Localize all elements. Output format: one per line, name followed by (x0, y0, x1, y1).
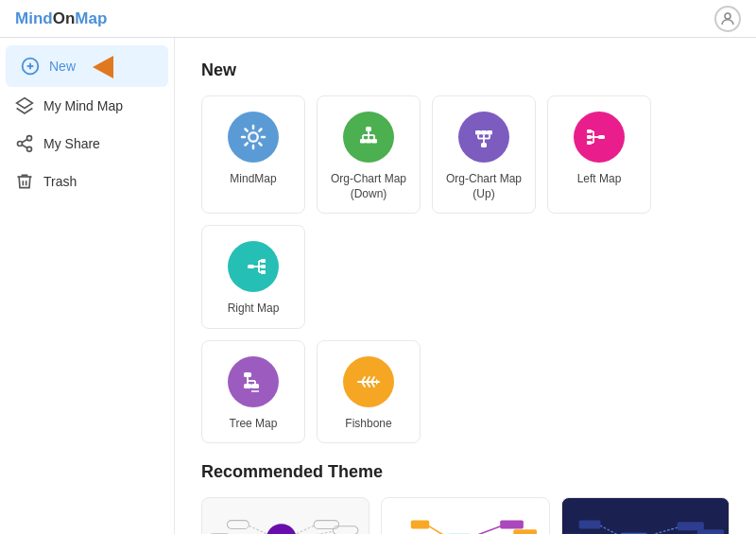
svg-rect-62 (251, 384, 259, 388)
theme-card-1[interactable] (201, 497, 369, 534)
sidebar-item-trash[interactable]: Trash (0, 163, 174, 200)
fishbone-icon-circle (343, 356, 394, 407)
svg-rect-98 (411, 521, 429, 529)
orgchartup-label: Org-Chart Map (Up) (440, 172, 527, 201)
rightmap-icon-circle (228, 241, 279, 292)
header: MindOnMap (0, 0, 756, 38)
sidebar-item-myshare[interactable]: My Share (0, 125, 174, 163)
orgchartdown-label: Org-Chart Map(Down) (331, 172, 406, 201)
theme-section: Recommended Theme (201, 462, 730, 534)
arrow-indicator (93, 56, 113, 78)
sidebar: New My Mind Map My (0, 38, 175, 534)
svg-rect-31 (487, 130, 492, 135)
fishbone-label: Fishbone (345, 417, 391, 432)
svg-line-18 (259, 129, 261, 131)
svg-rect-37 (481, 143, 487, 147)
mindmap-label: MindMap (230, 172, 276, 187)
sidebar-myshare-label: My Share (43, 136, 100, 151)
svg-rect-29 (475, 130, 481, 135)
svg-marker-71 (376, 379, 379, 385)
profile-icon[interactable] (714, 6, 741, 32)
logo-text: MindOnMap (15, 9, 107, 27)
svg-line-8 (22, 145, 27, 147)
logo: MindOnMap (15, 9, 107, 28)
sidebar-new-label: New (49, 59, 76, 74)
svg-point-6 (18, 142, 23, 146)
svg-rect-47 (248, 265, 254, 268)
svg-rect-117 (677, 523, 703, 531)
svg-line-16 (246, 129, 248, 131)
svg-marker-4 (17, 98, 33, 109)
new-section-title: New (201, 60, 730, 80)
svg-rect-46 (587, 141, 592, 145)
svg-rect-44 (587, 129, 592, 133)
svg-rect-54 (261, 265, 266, 268)
treemap-label: Tree Map (230, 417, 278, 432)
svg-rect-61 (244, 384, 251, 388)
svg-rect-90 (382, 503, 548, 534)
mindmap-icon-circle (228, 112, 279, 163)
recommended-title: Recommended Theme (201, 462, 730, 482)
sidebar-item-mymindmap[interactable]: My Mind Map (0, 87, 174, 125)
layers-icon (15, 96, 34, 115)
svg-point-7 (27, 146, 32, 151)
map-type-grid-row2: Tree Map Fishbone (201, 340, 730, 444)
svg-line-9 (22, 139, 27, 142)
fishbone-card[interactable]: Fishbone (317, 340, 421, 444)
theme-grid (201, 497, 730, 534)
svg-line-19 (246, 143, 248, 145)
svg-point-11 (250, 134, 257, 141)
svg-rect-38 (598, 135, 605, 139)
svg-rect-45 (587, 135, 592, 139)
orgchartup-icon-circle (458, 112, 509, 163)
svg-rect-114 (578, 521, 600, 529)
trash-icon (15, 172, 34, 191)
layout: New My Mind Map My (0, 38, 756, 534)
plus-circle-icon (21, 57, 40, 76)
leftmap-label: Left Map (577, 172, 622, 187)
orgchartdown-card[interactable]: Org-Chart Map(Down) (317, 95, 421, 214)
theme-card-2[interactable] (381, 497, 549, 534)
svg-rect-101 (501, 521, 524, 529)
theme-card-3[interactable] (561, 497, 730, 534)
leftmap-card[interactable]: Left Map (547, 95, 651, 214)
sidebar-item-new[interactable]: New (6, 45, 168, 87)
svg-rect-56 (244, 372, 251, 377)
svg-point-5 (27, 136, 32, 141)
svg-rect-26 (360, 139, 366, 144)
svg-rect-53 (261, 259, 266, 263)
svg-rect-27 (366, 139, 371, 144)
sidebar-mymindmap-label: My Mind Map (43, 98, 123, 113)
leftmap-icon-circle (574, 112, 625, 163)
orgchartdown-icon-circle (343, 112, 394, 163)
sidebar-trash-label: Trash (43, 174, 77, 189)
svg-rect-105 (562, 503, 729, 534)
treemap-card[interactable]: Tree Map (201, 340, 305, 444)
svg-rect-20 (366, 127, 371, 131)
svg-rect-55 (261, 270, 266, 274)
map-type-grid: MindMap Org-C (201, 95, 730, 329)
share-icon (15, 134, 34, 153)
svg-rect-118 (696, 530, 723, 534)
svg-rect-28 (371, 139, 377, 144)
orgchartup-card[interactable]: Org-Chart Map (Up) (432, 95, 536, 214)
svg-line-17 (259, 143, 261, 145)
mindmap-card[interactable]: MindMap (201, 95, 305, 214)
svg-point-0 (725, 13, 730, 19)
svg-rect-30 (481, 130, 487, 135)
rightmap-card[interactable]: Right Map (201, 225, 305, 329)
rightmap-label: Right Map (228, 301, 280, 317)
treemap-icon-circle (228, 356, 279, 407)
main-content: New (175, 38, 756, 534)
svg-rect-102 (514, 530, 538, 534)
